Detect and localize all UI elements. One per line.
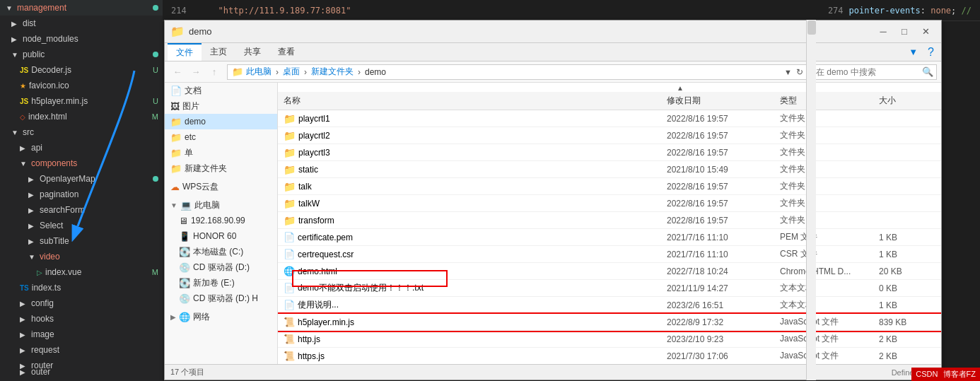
sidebar-item-components[interactable]: ▼ components (0, 156, 163, 171)
chevron-icon: ▶ (28, 175, 37, 183)
item-name: 📁 playcrtl1 (284, 113, 667, 124)
sidebar-item-config[interactable]: ▶ config (0, 295, 163, 311)
item-date: 2022/8/16 19:57 (667, 148, 780, 158)
table-row[interactable]: 📁 transform 2022/8/16 19:57 文件夹 (278, 212, 941, 229)
nav-item-disk-d[interactable]: 💿 CD 驱动器 (D:) (165, 259, 277, 275)
sidebar-label: subTitle (40, 236, 69, 246)
sidebar-item-index-vue[interactable]: ▷ index.vue M (0, 264, 163, 280)
table-row[interactable]: 📄 certificate.pem 2021/7/16 11:10 PEM 文件… (278, 229, 941, 246)
sidebar-item-index-ts[interactable]: TS index.ts (0, 280, 163, 295)
refresh-button[interactable]: ↻ (796, 67, 803, 77)
table-row[interactable]: 📁 playcrtl3 2022/8/16 19:57 文件夹 (278, 144, 941, 161)
nav-item-192[interactable]: 🖥 192.168.90.99 (165, 213, 277, 228)
sidebar-item-openlayermap[interactable]: ▶ OpenlayerMap (0, 171, 163, 187)
sidebar-item-pagination[interactable]: ▶ pagination (0, 187, 163, 202)
table-row[interactable]: 📁 talkW 2022/8/16 19:57 文件夹 (278, 195, 941, 212)
nav-item-disk-dh[interactable]: 💿 CD 驱动器 (D:) H (165, 291, 277, 306)
nav-item-docs[interactable]: 📄 文档 (165, 83, 277, 98)
breadcrumb-pc[interactable]: 此电脑 (246, 66, 272, 78)
sidebar-item-public[interactable]: ▼ public (0, 47, 163, 62)
nav-item-network[interactable]: ▶ 🌐 网络 (165, 309, 277, 324)
sidebar-item-index-html[interactable]: ◇ index.html M (0, 109, 163, 124)
sidebar-item-api[interactable]: ▶ api (0, 140, 163, 156)
table-row[interactable]: 📁 static 2021/8/10 15:49 文件夹 (278, 161, 941, 178)
sidebar-item-h5player[interactable]: JS h5player.min.js U (0, 93, 163, 109)
js-icon: JS (20, 98, 28, 105)
maximize-button[interactable]: □ (894, 24, 914, 40)
sidebar-item-dist[interactable]: ▶ dist (0, 16, 163, 31)
table-row[interactable]: 📄 demo不能双击启动使用！！！.txt 2021/11/9 14:27 文本… (278, 280, 941, 297)
back-button[interactable]: ← (169, 64, 186, 81)
sidebar-item-management[interactable]: ▼ management (0, 0, 163, 16)
sidebar-item-image[interactable]: ▶ image (0, 327, 163, 342)
col-type[interactable]: 类型 (780, 95, 879, 107)
table-row[interactable]: 📁 playcrtl1 2022/8/16 19:57 文件夹 (278, 110, 941, 127)
nav-label: 本地磁盘 (C:) (193, 246, 243, 258)
nav-item-new-folder[interactable]: 📁 新建文件夹 (165, 160, 277, 176)
col-name[interactable]: 名称 (284, 95, 667, 107)
table-row[interactable]: 🌐 demo.html 2022/7/18 10:24 Chrome HTML … (278, 263, 941, 280)
item-name: 📁 transform (284, 215, 667, 226)
question-icon[interactable]: ? (923, 46, 938, 59)
item-size: 1 KB (879, 300, 935, 310)
nav-item-demo[interactable]: 📁 demo (165, 114, 277, 129)
sidebar-item-video[interactable]: ▼ video (0, 249, 163, 264)
folder-icon: 📁 (170, 25, 185, 38)
sidebar-item-outer[interactable]: ▶ outer (0, 364, 163, 380)
up-button[interactable]: ↑ (206, 64, 223, 81)
sidebar-label: management (17, 3, 66, 13)
address-dropdown-icon[interactable]: ▼ (784, 68, 792, 76)
sidebar-item-decoder[interactable]: JS Decoder.js U (0, 62, 163, 78)
col-date[interactable]: 修改日期 (667, 95, 780, 107)
sidebar-label: request (31, 345, 59, 355)
table-row[interactable]: 📁 talk 2022/8/16 19:57 文件夹 (278, 178, 941, 195)
breadcrumb-new-folder[interactable]: 新建文件夹 (311, 66, 354, 78)
table-row[interactable]: 📄 certrequest.csr 2021/7/16 11:10 CSR 文件… (278, 246, 941, 263)
csdn-label: CSDN (916, 370, 938, 378)
nav-item-this-pc[interactable]: ▼ 💻 此电脑 (165, 197, 277, 213)
folder-icon: 📁 (170, 163, 182, 174)
tab-home[interactable]: 主页 (202, 43, 235, 61)
nav-item-disk-c[interactable]: 💽 本地磁盘 (C:) (165, 244, 277, 259)
help-button[interactable]: ▼ (903, 47, 923, 57)
nav-item-disk-e[interactable]: 💽 新加卷 (E:) (165, 275, 277, 291)
sidebar-item-request[interactable]: ▶ request (0, 342, 163, 358)
breadcrumb-desktop[interactable]: 桌面 (283, 66, 300, 78)
scrollbar-track[interactable] (806, 20, 816, 380)
nav-item-honor[interactable]: 📱 HONOR 60 (165, 228, 277, 244)
item-date: 2022/8/16 19:57 (667, 114, 780, 124)
sidebar-item-select[interactable]: ▶ Select (0, 218, 163, 233)
sidebar-item-src[interactable]: ▼ src (0, 124, 163, 140)
minimize-button[interactable]: ─ (873, 24, 893, 40)
sidebar-item-subtitle[interactable]: ▶ subTitle (0, 233, 163, 249)
col-size[interactable]: 大小 (879, 95, 935, 107)
table-row[interactable]: 📜 http.js 2023/2/10 9:23 JavaScript 文件 2… (278, 331, 941, 348)
nav-item-dan[interactable]: 📁 单 (165, 145, 277, 160)
table-row[interactable]: 📜 https.js 2021/7/30 17:06 JavaScript 文件… (278, 348, 941, 364)
item-kind: 文本文档 (780, 282, 879, 294)
nav-item-etc[interactable]: 📁 etc (165, 129, 277, 145)
tab-share[interactable]: 共享 (235, 43, 269, 61)
scrollbar-thumb[interactable] (807, 20, 816, 35)
sidebar-item-searchform[interactable]: ▶ searchForm (0, 202, 163, 218)
forward-button[interactable]: → (187, 64, 204, 81)
nav-item-pics[interactable]: 🖼 图片 (165, 98, 277, 114)
item-kind: PEM 文件 (780, 231, 879, 243)
item-count: 17 个项目 (170, 367, 204, 377)
close-button[interactable]: ✕ (916, 24, 935, 40)
item-date: 2022/8/9 17:32 (667, 317, 780, 327)
item-name: 📁 playcrtl3 (284, 147, 667, 158)
table-row[interactable]: 📜 h5player.min.js 2022/8/9 17:32 JavaScr… (278, 314, 941, 331)
tab-view[interactable]: 查看 (269, 43, 303, 61)
table-row[interactable]: 📄 使用说明... 2023/2/6 16:51 文本文档 1 KB (278, 297, 941, 314)
table-row[interactable]: 📁 playcrtl2 2022/8/16 19:57 文件夹 (278, 127, 941, 144)
tab-file[interactable]: 文件 (168, 43, 202, 61)
nav-item-wps[interactable]: ☁ WPS云盘 (165, 179, 277, 194)
folder-icon: 📁 (284, 164, 296, 175)
sidebar-item-hooks[interactable]: ▶ hooks (0, 311, 163, 327)
sidebar-item-node-modules[interactable]: ▶ node_modules (0, 31, 163, 47)
sidebar-item-favicon[interactable]: ★ favicon.ico (0, 78, 163, 93)
search-input[interactable] (816, 67, 922, 77)
code-comment: // (962, 6, 972, 16)
item-label: demo不能双击启动使用！！！.txt (298, 282, 424, 294)
